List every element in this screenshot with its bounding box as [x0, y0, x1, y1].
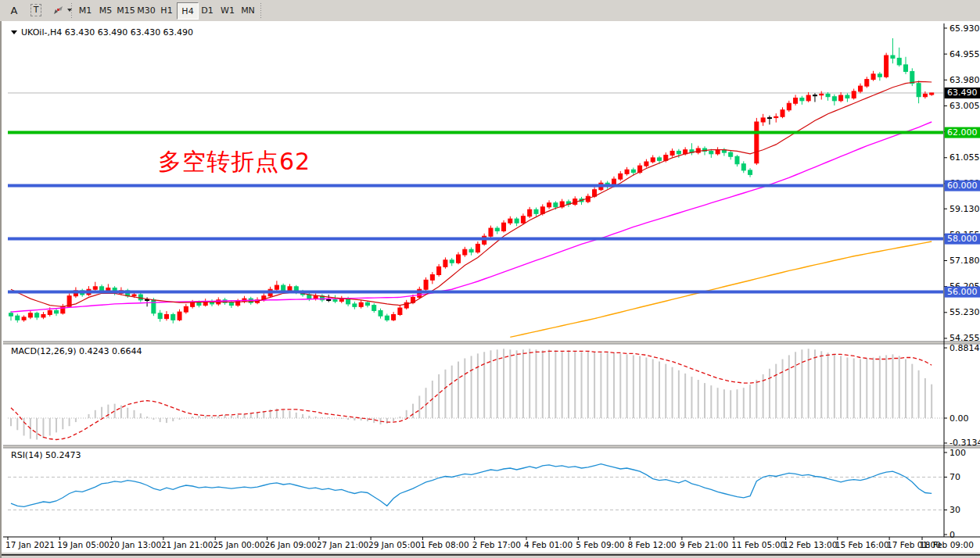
candle-body — [619, 173, 623, 179]
candle-body — [28, 313, 32, 317]
level-price-label-text: 56.000 — [947, 287, 978, 297]
font-tool-button[interactable]: A — [5, 2, 23, 19]
chart-canvas[interactable]: 65.93064.95563.98063.00562.03061.05560.0… — [2, 21, 980, 558]
text-label-tool-button[interactable]: T — [27, 2, 45, 19]
timeframe-button-w1[interactable]: W1 — [217, 2, 238, 18]
candle-body — [528, 209, 532, 216]
candle-body — [229, 302, 233, 305]
candle-body — [891, 55, 895, 58]
candle-body — [865, 80, 869, 87]
rsi-tick-label: 100 — [949, 448, 966, 458]
candle-body — [365, 302, 369, 305]
candle-body — [845, 95, 849, 98]
candle-body — [106, 288, 110, 291]
macd-indicator-label: MACD(12,26,9) 0.4243 0.6644 — [11, 346, 142, 356]
text-label-icon: T — [31, 4, 42, 16]
rsi-tick-label: 0 — [949, 530, 955, 540]
candle-body — [288, 287, 292, 291]
candle-body — [502, 223, 506, 231]
candle-body — [495, 228, 499, 231]
mt4-window: ATM1M5M15M30H1H4D1W1MN 65.93064.95563.98… — [0, 0, 980, 558]
chevron-down-icon[interactable] — [11, 30, 17, 34]
candle-body — [48, 310, 52, 314]
candle-body — [282, 285, 285, 291]
candle-body — [35, 313, 39, 317]
toolbar: ATM1M5M15M30H1H4D1W1MN — [0, 0, 980, 22]
timeframe-button-h1[interactable]: H1 — [156, 2, 177, 18]
price-tick-label: 59.130 — [949, 204, 980, 214]
level-price-label-text: 60.000 — [947, 181, 978, 191]
time-tick-label: 25 Jan 00:00 — [213, 540, 264, 549]
candle-body — [781, 110, 784, 117]
timeframe-button-m15[interactable]: M15 — [116, 2, 136, 18]
toolbar-grip[interactable] — [70, 3, 73, 18]
candle-body — [178, 312, 181, 320]
candle-body — [709, 151, 713, 153]
rsi-tick-label: 70 — [949, 472, 960, 482]
candle-body — [93, 287, 97, 289]
timeframe-button-m1[interactable]: M1 — [75, 2, 95, 18]
candle-body — [314, 296, 318, 299]
candle-body — [794, 98, 798, 103]
candle-body — [755, 122, 759, 163]
candle-body — [885, 55, 888, 77]
time-tick-label: 1 Feb 08:00 — [420, 540, 468, 549]
candle-body — [372, 306, 376, 311]
time-tick-label: 15 Feb 16:00 — [835, 540, 889, 549]
timeframe-button-mn[interactable]: MN — [238, 2, 258, 18]
candle-body — [658, 158, 662, 160]
candle-body — [767, 118, 771, 119]
rsi-tick-label: 30 — [949, 505, 960, 515]
toolbar-grip[interactable] — [260, 3, 262, 18]
timeframe-button-m5[interactable]: M5 — [95, 2, 116, 18]
candle-body — [521, 216, 525, 224]
candle-body — [878, 74, 881, 77]
time-tick-label: 4 Feb 01:00 — [524, 540, 573, 549]
candle-body — [651, 158, 655, 162]
time-tick-label: 11 Feb 05:00 — [731, 540, 785, 549]
candle-body — [910, 71, 914, 83]
time-tick-label: 27 Jan 21:00 — [317, 540, 368, 549]
timeframe-button-d1[interactable]: D1 — [197, 2, 217, 18]
candle-body — [132, 295, 136, 296]
candle-body — [437, 266, 441, 274]
candle-body — [554, 203, 558, 207]
candle-body — [800, 98, 804, 100]
candle-body — [197, 302, 201, 305]
candle-body — [333, 299, 337, 301]
candle-body — [761, 118, 765, 122]
candle-body — [469, 249, 473, 252]
candle-body — [930, 93, 934, 95]
candle-body — [741, 164, 745, 170]
candle-body — [852, 91, 856, 98]
price-tick-label: 54.255 — [949, 333, 980, 343]
candle-body — [398, 308, 402, 315]
candle-body — [735, 156, 739, 164]
time-tick-label: 18 Feb 09:00 — [920, 540, 974, 549]
time-tick-label: 26 Jan 09:00 — [265, 540, 317, 549]
price-tick-label: 57.180 — [949, 256, 980, 266]
candle-body — [904, 65, 908, 72]
candle-body — [171, 315, 175, 320]
macd-tick-label: 0.00 — [949, 413, 969, 424]
timeframe-button-h4[interactable]: H4 — [177, 2, 199, 20]
chart-text-annotation[interactable]: 多空转折点62 — [158, 146, 311, 178]
level-price-label-text: 58.000 — [947, 234, 978, 244]
candle-body — [443, 260, 447, 267]
candle-body — [670, 151, 674, 155]
time-tick-label: 12 Feb 13:00 — [784, 540, 838, 549]
price-tick-label: 63.005 — [949, 101, 980, 111]
time-tick-label: 21 Jan 21:00 — [161, 540, 213, 549]
candle-body — [392, 315, 396, 320]
time-tick-label: 20 Jan 13:00 — [109, 540, 161, 549]
candle-body — [716, 150, 720, 154]
time-tick-label: 19 Jan 05:00 — [57, 540, 109, 549]
candle-body — [379, 310, 382, 316]
timeframe-button-m30[interactable]: M30 — [136, 2, 156, 18]
arrows-icon — [52, 5, 64, 16]
candle-body — [450, 260, 454, 263]
candle-body — [534, 209, 538, 213]
candle-body — [9, 313, 13, 316]
candle-body — [923, 94, 927, 96]
price-tick-label: 63.980 — [949, 75, 980, 85]
